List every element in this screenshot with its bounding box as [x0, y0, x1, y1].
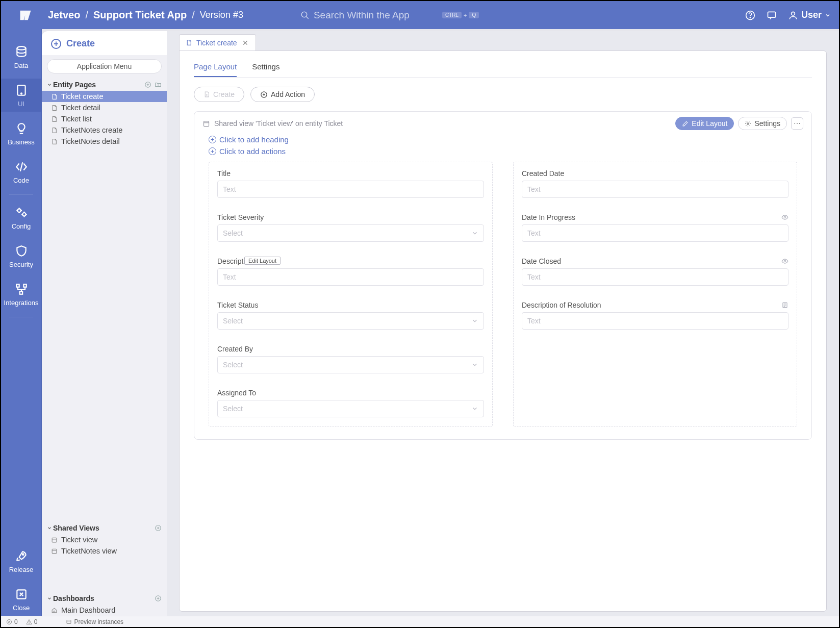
nav-ui[interactable]: UI	[1, 79, 41, 112]
nav-business[interactable]: Business	[1, 117, 41, 150]
select-input[interactable]: Select	[217, 224, 484, 242]
breadcrumb-version[interactable]: Version #3	[200, 10, 243, 20]
text-input[interactable]: Text	[522, 181, 788, 198]
sidebar-item[interactable]: Main Dashboard	[42, 605, 167, 616]
nav-close[interactable]: Close	[1, 583, 41, 616]
nav-integrations[interactable]: Integrations	[1, 278, 41, 311]
window-icon	[66, 619, 72, 625]
form-column-left[interactable]: Title Text Ticket Severity Select Descri…	[209, 162, 493, 427]
breadcrumb-root[interactable]: Jetveo	[48, 9, 80, 21]
form-field[interactable]: Ticket Severity Select	[217, 213, 484, 242]
add-action-button[interactable]: Add Action	[250, 87, 315, 102]
topbar: Jetveo / Support Ticket App / Version #3…	[1, 1, 839, 29]
group-entity-pages[interactable]: Entity Pages	[42, 79, 167, 91]
form-column-right[interactable]: Created Date Text Date In Progress Text …	[513, 162, 797, 427]
text-input[interactable]: Text	[217, 181, 484, 198]
gear-icon	[745, 120, 751, 127]
more-options-button[interactable]: ⋯	[791, 117, 803, 130]
errors-count[interactable]: 0	[6, 618, 18, 625]
form-field[interactable]: Created By Select	[217, 345, 484, 373]
group-shared-views[interactable]: Shared Views	[42, 522, 167, 534]
tab-settings[interactable]: Settings	[252, 62, 279, 77]
open-tabs: Ticket create ✕	[167, 31, 839, 51]
search-input[interactable]	[314, 10, 436, 21]
plus-circle-icon: +	[51, 39, 61, 49]
add-icon[interactable]	[155, 524, 162, 532]
tab-ticket-create[interactable]: Ticket create ✕	[179, 34, 256, 51]
chevron-down-icon	[47, 525, 52, 531]
edit-layout-button[interactable]: Edit Layout	[675, 117, 734, 130]
text-input[interactable]: Text	[522, 312, 788, 330]
form-field[interactable]: Description Text	[217, 257, 484, 286]
sidebar-item[interactable]: Ticket detail	[42, 102, 167, 113]
layout-settings-button[interactable]: Settings	[738, 117, 787, 130]
form-field[interactable]: Ticket Status Select	[217, 301, 484, 330]
side-panel: + Create Application Menu Entity Pages T…	[42, 31, 167, 616]
chevron-down-icon	[471, 405, 478, 412]
form-field[interactable]: Date In Progress Text	[522, 213, 788, 242]
chevron-down-icon	[825, 12, 831, 18]
error-icon	[6, 619, 12, 625]
add-icon[interactable]	[155, 595, 162, 602]
search-box[interactable]: CTRL + Q	[300, 10, 479, 21]
shield-icon	[15, 244, 28, 258]
nav-data[interactable]: Data	[1, 40, 41, 73]
group-dashboards[interactable]: Dashboards	[42, 592, 167, 605]
text-input[interactable]: Text	[522, 224, 788, 242]
form-field[interactable]: Date Closed Text	[522, 257, 788, 286]
svg-point-8	[20, 93, 21, 94]
feedback-icon[interactable]	[767, 10, 777, 20]
form-field[interactable]: Title Text	[217, 169, 484, 198]
svg-rect-29	[52, 549, 57, 554]
plus-circle-icon: +	[209, 147, 216, 155]
field-label: Assigned To	[217, 389, 484, 397]
create-button[interactable]: + Create	[42, 31, 167, 55]
select-input[interactable]: Select	[217, 356, 484, 373]
nav-code[interactable]: Code	[1, 155, 41, 188]
preview-instances[interactable]: Preview instances	[66, 618, 123, 625]
field-label: Description of Resolution	[522, 301, 788, 309]
plus-circle-icon	[260, 91, 268, 98]
text-input[interactable]: Text	[217, 268, 484, 286]
help-icon[interactable]	[745, 10, 755, 20]
view-icon	[202, 120, 210, 128]
close-tab-icon[interactable]: ✕	[241, 39, 249, 47]
select-input[interactable]: Select	[217, 400, 484, 417]
field-label: Title	[217, 169, 484, 178]
form-field[interactable]: Created Date Text	[522, 169, 788, 198]
nav-security[interactable]: Security	[1, 239, 41, 272]
svg-rect-13	[23, 284, 26, 287]
svg-point-43	[784, 260, 786, 262]
folder-add-icon[interactable]	[155, 81, 162, 88]
create-page-button[interactable]: Create	[194, 87, 244, 102]
text-input[interactable]: Text	[522, 268, 788, 286]
sidebar-item[interactable]: Ticket create	[42, 91, 167, 102]
tab-page-layout[interactable]: Page Layout	[194, 62, 237, 77]
add-actions-link[interactable]: + Click to add actions	[209, 147, 803, 156]
app-logo[interactable]	[9, 8, 42, 22]
sidebar-item[interactable]: Ticket list	[42, 113, 167, 124]
svg-point-52	[29, 623, 29, 623]
add-heading-link[interactable]: + Click to add heading	[209, 135, 803, 144]
nav-release[interactable]: Release	[1, 544, 41, 577]
sidebar-item[interactable]: Ticket view	[42, 534, 167, 545]
application-menu-button[interactable]: Application Menu	[47, 59, 162, 73]
svg-point-5	[792, 12, 795, 15]
breadcrumb-app[interactable]: Support Ticket App	[93, 9, 187, 21]
svg-rect-12	[16, 284, 19, 287]
form-field[interactable]: Assigned To Select	[217, 389, 484, 417]
nav-config[interactable]: Config	[1, 201, 41, 234]
close-box-icon	[15, 588, 28, 601]
sidebar-item[interactable]: TicketNotes detail	[42, 136, 167, 147]
file-plus-icon	[203, 91, 210, 98]
sidebar-item[interactable]: TicketNotes create	[42, 124, 167, 136]
warnings-count[interactable]: 0	[26, 618, 38, 625]
select-input[interactable]: Select	[217, 312, 484, 330]
sidebar-item[interactable]: TicketNotes view	[42, 545, 167, 557]
svg-rect-53	[67, 620, 71, 623]
add-icon[interactable]	[144, 81, 151, 88]
user-menu[interactable]: User	[788, 10, 831, 20]
svg-rect-27	[52, 538, 57, 542]
form-field[interactable]: Description of Resolution Text	[522, 301, 788, 330]
svg-line-9	[20, 162, 22, 171]
